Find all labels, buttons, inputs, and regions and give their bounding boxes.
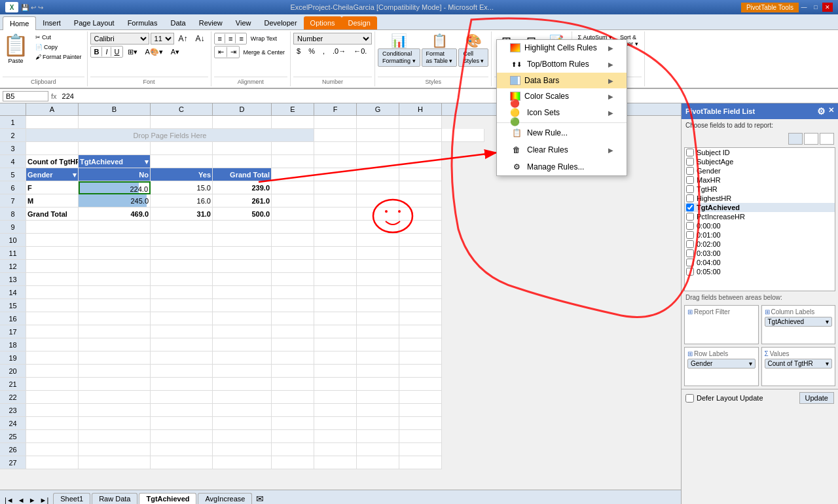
- cell-g8[interactable]: [357, 207, 399, 221]
- col-header-d[interactable]: D: [213, 103, 272, 115]
- col-header-g[interactable]: G: [357, 103, 399, 115]
- underline-btn[interactable]: U: [111, 46, 122, 57]
- cell-D22[interactable]: [213, 391, 272, 404]
- cell-F18[interactable]: [314, 338, 357, 351]
- cell-D13[interactable]: [213, 273, 272, 286]
- cf-manage-rules[interactable]: ⚙ Manage Rules...: [497, 158, 627, 175]
- align-center-btn[interactable]: ≡: [225, 33, 236, 44]
- cell-B19[interactable]: [79, 351, 151, 365]
- cell-ref-input[interactable]: [3, 91, 48, 101]
- cell-f1[interactable]: [314, 116, 357, 129]
- cell-C18[interactable]: [151, 338, 213, 351]
- tab-sheet1[interactable]: Sheet1: [53, 493, 90, 504]
- cell-G13[interactable]: [357, 273, 399, 286]
- cell-c1[interactable]: [151, 116, 213, 129]
- cell-H19[interactable]: [399, 351, 442, 365]
- cell-c5[interactable]: Yes: [151, 168, 213, 181]
- field-time6[interactable]: 0:05:00: [685, 267, 835, 276]
- cell-D20[interactable]: [213, 365, 272, 378]
- cell-F9[interactable]: [314, 221, 357, 234]
- cell-F24[interactable]: [314, 417, 357, 430]
- cell-H14[interactable]: [399, 286, 442, 299]
- font-size-select[interactable]: 11: [151, 33, 174, 45]
- cell-b7[interactable]: 245.0: [79, 194, 151, 207]
- cell-F20[interactable]: [314, 365, 357, 378]
- maximize-btn[interactable]: □: [811, 3, 821, 12]
- cell-G11[interactable]: [357, 247, 399, 260]
- field-time3[interactable]: 0:02:00: [685, 240, 835, 249]
- cell-B12[interactable]: [79, 260, 151, 273]
- tab-page-layout[interactable]: Page Layout: [67, 16, 121, 29]
- cell-C10[interactable]: [151, 234, 213, 247]
- cell-C17[interactable]: [151, 325, 213, 338]
- cell-e4[interactable]: [272, 155, 314, 168]
- increase-decimal-btn[interactable]: .0→: [329, 46, 349, 56]
- cell-G19[interactable]: [357, 351, 399, 365]
- cell-B21[interactable]: [79, 378, 151, 391]
- cell-D23[interactable]: [213, 404, 272, 417]
- cell-B18[interactable]: [79, 338, 151, 351]
- align-left-btn[interactable]: ≡: [215, 33, 225, 44]
- cell-g1[interactable]: [357, 116, 399, 129]
- cell-C19[interactable]: [151, 351, 213, 365]
- align-right-btn[interactable]: ≡: [236, 33, 246, 44]
- cell-B20[interactable]: [79, 365, 151, 378]
- cell-F19[interactable]: [314, 351, 357, 365]
- cell-C27[interactable]: [151, 456, 213, 469]
- increase-font-btn[interactable]: A↑: [175, 33, 191, 45]
- cell-E19[interactable]: [272, 351, 314, 365]
- cell-E20[interactable]: [272, 365, 314, 378]
- cell-H18[interactable]: [399, 338, 442, 351]
- cell-F16[interactable]: [314, 312, 357, 325]
- cell-D19[interactable]: [213, 351, 272, 365]
- cell-b6[interactable]: 224.0: [79, 181, 151, 194]
- font-name-select[interactable]: Calibri: [90, 33, 149, 45]
- cell-A24[interactable]: [26, 417, 79, 430]
- cell-D9[interactable]: [213, 221, 272, 234]
- cell-b1[interactable]: [79, 116, 151, 129]
- tab-options[interactable]: Options: [304, 16, 342, 29]
- cell-F13[interactable]: [314, 273, 357, 286]
- cell-E22[interactable]: [272, 391, 314, 404]
- cell-F21[interactable]: [314, 378, 357, 391]
- cell-G10[interactable]: [357, 234, 399, 247]
- cell-A11[interactable]: [26, 247, 79, 260]
- cell-B23[interactable]: [79, 404, 151, 417]
- cell-D21[interactable]: [213, 378, 272, 391]
- update-btn[interactable]: Update: [799, 392, 834, 404]
- cell-F27[interactable]: [314, 456, 357, 469]
- cell-C25[interactable]: [151, 430, 213, 443]
- sheet-prev-btn[interactable]: ◄: [16, 496, 27, 504]
- cell-g5[interactable]: [357, 168, 399, 181]
- cell-A12[interactable]: [26, 260, 79, 273]
- cell-D16[interactable]: [213, 312, 272, 325]
- cf-data-bars[interactable]: Data Bars ▶: [497, 73, 627, 88]
- cell-b8[interactable]: 469.0: [79, 207, 151, 221]
- cell-A27[interactable]: [26, 456, 79, 469]
- cell-f5[interactable]: [314, 168, 357, 181]
- fill-color-btn[interactable]: A🎨▾: [142, 46, 166, 58]
- tab-developer[interactable]: Developer: [257, 16, 303, 29]
- cell-H12[interactable]: [399, 260, 442, 273]
- cf-clear-rules[interactable]: 🗑 Clear Rules ▶: [497, 141, 627, 158]
- cell-D24[interactable]: [213, 417, 272, 430]
- cell-B13[interactable]: [79, 273, 151, 286]
- field-time1[interactable]: 0:00:00: [685, 221, 835, 230]
- cell-E27[interactable]: [272, 456, 314, 469]
- row-tag-dropdown[interactable]: ▾: [749, 360, 752, 367]
- cell-H20[interactable]: [399, 365, 442, 378]
- cell-g7[interactable]: [357, 194, 399, 207]
- cell-g3[interactable]: [357, 142, 399, 155]
- cell-d1[interactable]: [213, 116, 272, 129]
- cell-A23[interactable]: [26, 404, 79, 417]
- tab-avgincrease[interactable]: AvgIncrease: [198, 493, 252, 504]
- cell-C12[interactable]: [151, 260, 213, 273]
- col-header-a[interactable]: A: [26, 103, 79, 115]
- cell-b4[interactable]: TgtAchieved ▾: [79, 155, 151, 168]
- cell-G25[interactable]: [357, 430, 399, 443]
- window-controls[interactable]: — □ ✕: [799, 3, 833, 12]
- cell-F14[interactable]: [314, 286, 357, 299]
- cell-D12[interactable]: [213, 260, 272, 273]
- cell-a5[interactable]: Gender ▾: [26, 168, 79, 181]
- cell-A17[interactable]: [26, 325, 79, 338]
